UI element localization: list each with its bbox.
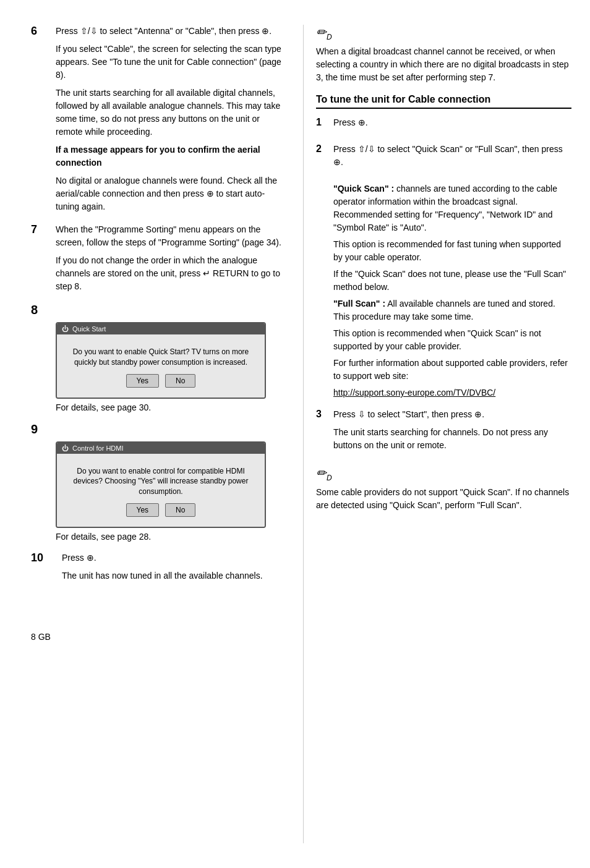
hdmi-control-screen: ⏻ Control for HDMI Do you want to enable…: [56, 441, 266, 528]
quick-start-no-button[interactable]: No: [165, 374, 195, 388]
hdmi-title-bar: ⏻ Control for HDMI: [57, 443, 265, 454]
quick-scan-heading: "Quick Scan" :: [333, 184, 394, 194]
hdmi-text: Do you want to enable control for compat…: [63, 466, 259, 497]
full-scan-heading-p: "Full Scan" : All available channels are…: [333, 297, 571, 323]
right-column: ✏D When a digital broadcast channel cann…: [303, 25, 571, 843]
step-6-line4: No digital or analogue channels were fou…: [56, 174, 284, 213]
step-6-line2: If you select "Cable", the screen for se…: [56, 43, 284, 82]
quick-start-text: Do you want to enable Quick Start? TV tu…: [63, 347, 259, 368]
step-10-number: 10: [31, 551, 62, 564]
right-step-2-block: 2 Press ⇧/⇩ to select "Quick Scan" or "F…: [316, 143, 571, 174]
right-step-3-line2: The unit starts searching for channels. …: [333, 426, 571, 452]
right-step-1-content: Press ⊕.: [333, 116, 571, 134]
note1-text: When a digital broadcast channel cannot …: [316, 45, 571, 84]
step-7-line1: When the "Programme Sorting" menu appear…: [56, 223, 284, 249]
footer-text: 8 GB: [31, 632, 51, 642]
step-10-content: Press ⊕. The unit has now tuned in all t…: [62, 551, 284, 582]
note2-text: Some cable providers do not support "Qui…: [316, 486, 571, 512]
page-container: 6 Press ⇧/⇩ to select "Antenna" or "Cabl…: [0, 0, 590, 868]
step-7-block: 7 When the "Programme Sorting" menu appe…: [31, 223, 284, 293]
page-footer: 8 GB: [31, 632, 284, 642]
quick-start-screen: ⏻ Quick Start Do you want to enable Quic…: [56, 322, 266, 399]
right-step-2-content: Press ⇧/⇩ to select "Quick Scan" or "Ful…: [333, 143, 571, 174]
right-note2: ✏D Some cable providers do not support "…: [316, 466, 571, 512]
step-9-screen-wrapper: ⏻ Control for HDMI Do you want to enable…: [56, 441, 284, 542]
step-10-line2: The unit has now tuned in all the availa…: [62, 569, 284, 582]
right-step-3-line1: Press ⇩ to select "Start", then press ⊕.: [333, 408, 571, 421]
step-8-caption: For details, see page 30.: [56, 402, 284, 412]
step-6-content: Press ⇧/⇩ to select "Antenna" or "Cable"…: [56, 25, 284, 213]
right-step-1-line1: Press ⊕.: [333, 116, 571, 129]
right-step-3-content: Press ⇩ to select "Start", then press ⊕.…: [333, 408, 571, 457]
hdmi-no-button[interactable]: No: [165, 503, 195, 517]
step-8-number: 8: [31, 303, 38, 317]
hdmi-yes-button[interactable]: Yes: [126, 503, 160, 517]
quick-start-title: Quick Start: [72, 325, 106, 333]
quick-scan-note2: If the "Quick Scan" does not tune, pleas…: [333, 268, 571, 294]
full-scan-note2: For further information about supported …: [333, 357, 571, 383]
hdmi-buttons: Yes No: [63, 503, 259, 517]
right-note1: ✏D When a digital broadcast channel cann…: [316, 25, 571, 84]
step-6-line3: The unit starts searching for all availa…: [56, 87, 284, 138]
step-9-caption: For details, see page 28.: [56, 532, 284, 542]
right-step-3-block: 3 Press ⇩ to select "Start", then press …: [316, 408, 571, 457]
quick-start-body: Do you want to enable Quick Start? TV tu…: [57, 334, 265, 398]
left-column: 6 Press ⇧/⇩ to select "Antenna" or "Cabl…: [31, 25, 303, 843]
right-step-3-number: 3: [316, 408, 333, 420]
full-scan-heading: "Full Scan" :: [333, 299, 385, 308]
note1-icon: ✏D: [316, 25, 571, 41]
full-scan-link: http://support.sony-europe.com/TV/DVBC/: [333, 386, 571, 399]
power-icon: ⏻: [62, 325, 69, 333]
power-icon-2: ⏻: [62, 445, 69, 452]
quick-scan-note1: This option is recommended for fast tuni…: [333, 238, 571, 264]
quick-start-title-bar: ⏻ Quick Start: [57, 323, 265, 334]
step-6-block: 6 Press ⇧/⇩ to select "Antenna" or "Cabl…: [31, 25, 284, 213]
step-9-label-block: 9: [31, 422, 284, 436]
support-link[interactable]: http://support.sony-europe.com/TV/DVBC/: [333, 388, 495, 398]
hdmi-title: Control for HDMI: [72, 445, 124, 452]
step-9-number: 9: [31, 422, 38, 436]
full-scan-note1: This option is recommended when "Quick S…: [333, 327, 571, 353]
right-step-2-line1: Press ⇧/⇩ to select "Quick Scan" or "Ful…: [333, 143, 571, 169]
hdmi-body: Do you want to enable control for compat…: [57, 454, 265, 527]
right-step-1-block: 1 Press ⊕.: [316, 116, 571, 134]
note2-icon: ✏D: [316, 466, 571, 482]
quick-start-yes-button[interactable]: Yes: [126, 374, 160, 388]
cable-section-title: To tune the unit for Cable connection: [316, 94, 571, 109]
step-10-block: 10 Press ⊕. The unit has now tuned in al…: [31, 551, 284, 582]
step-6-line1: Press ⇧/⇩ to select "Antenna" or "Cable"…: [56, 25, 284, 38]
quick-scan-heading-p: "Quick Scan" : channels are tuned accord…: [333, 182, 571, 234]
step-7-content: When the "Programme Sorting" menu appear…: [56, 223, 284, 293]
step-6-number: 6: [31, 25, 56, 38]
step-7-line2: If you do not change the order in which …: [56, 254, 284, 293]
step-2-detail-block: "Quick Scan" : channels are tuned accord…: [333, 182, 571, 399]
step-6-heading: If a message appears for you to confirm …: [56, 143, 284, 169]
step-10-line1: Press ⊕.: [62, 551, 284, 564]
right-step-2-number: 2: [316, 143, 333, 155]
step-7-number: 7: [31, 223, 56, 236]
quick-start-buttons: Yes No: [63, 374, 259, 388]
right-step-1-number: 1: [316, 116, 333, 128]
step-8-label-block: 8: [31, 303, 284, 317]
step-8-screen-wrapper: ⏻ Quick Start Do you want to enable Quic…: [56, 322, 284, 412]
